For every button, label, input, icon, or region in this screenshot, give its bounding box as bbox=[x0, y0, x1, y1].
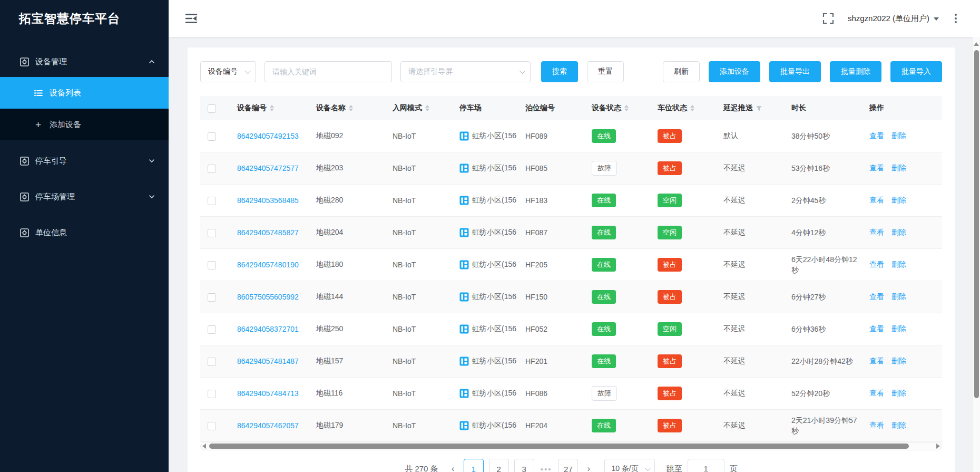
device-id-link[interactable]: 864294058372701 bbox=[237, 325, 299, 333]
space-status-badge: 被占 bbox=[658, 258, 682, 272]
device-name: 地磁180 bbox=[309, 249, 385, 281]
scroll-right-arrow-icon[interactable] bbox=[936, 444, 940, 449]
network-mode: NB-IoT bbox=[385, 217, 452, 249]
sidebar-item-device-management[interactable]: 设备管理 bbox=[0, 46, 169, 77]
device-id-link[interactable]: 864294057485827 bbox=[237, 228, 299, 237]
row-checkbox[interactable] bbox=[208, 165, 216, 173]
page-number[interactable]: 27 bbox=[558, 459, 578, 472]
view-link[interactable]: 查看 bbox=[869, 196, 884, 204]
sort-icon[interactable] bbox=[690, 105, 694, 111]
berth-number: HF085 bbox=[518, 152, 584, 185]
horizontal-scrollbar[interactable] bbox=[200, 442, 942, 450]
prev-page-icon[interactable]: ‹ bbox=[448, 464, 458, 472]
add-device-button[interactable]: 添加设备 bbox=[709, 61, 760, 82]
device-id-link[interactable]: 864294053568485 bbox=[237, 196, 299, 205]
table-row: 864294057472577 地磁203 NB-IoT 虹纺小区(156 HF… bbox=[200, 152, 942, 185]
page-ellipsis[interactable]: ••• bbox=[541, 465, 552, 472]
sidebar-item-add-device[interactable]: + 添加设备 bbox=[0, 109, 169, 140]
view-link[interactable]: 查看 bbox=[869, 228, 884, 236]
delete-link[interactable]: 删除 bbox=[891, 131, 906, 140]
delete-link[interactable]: 删除 bbox=[891, 260, 906, 268]
search-type-select[interactable]: 设备编号 bbox=[200, 61, 256, 82]
duration: 6分钟27秒 bbox=[784, 281, 862, 313]
device-id-link[interactable]: 864294057484713 bbox=[237, 389, 299, 398]
device-id-link[interactable]: 864294057462057 bbox=[237, 421, 299, 430]
device-id-link[interactable]: 864294057481487 bbox=[237, 357, 299, 365]
sidebar-item-lot-management[interactable]: 停车场管理 bbox=[0, 181, 169, 212]
row-checkbox[interactable] bbox=[208, 197, 216, 205]
row-checkbox[interactable] bbox=[208, 325, 216, 334]
delete-link[interactable]: 删除 bbox=[891, 357, 906, 365]
view-link[interactable]: 查看 bbox=[869, 389, 884, 397]
guidance-screen-select[interactable]: 请选择引导屏 bbox=[400, 61, 531, 82]
view-link[interactable]: 查看 bbox=[869, 421, 884, 429]
scroll-left-arrow-icon[interactable] bbox=[202, 444, 206, 449]
sidebar-item-unit-info[interactable]: 单位信息 bbox=[0, 217, 169, 248]
row-checkbox[interactable] bbox=[208, 422, 216, 430]
col-actions: 操作 bbox=[869, 103, 884, 112]
vertical-scrollbar-thumb[interactable] bbox=[974, 50, 979, 398]
device-status-badge: 在线 bbox=[592, 354, 616, 368]
delete-link[interactable]: 删除 bbox=[891, 163, 906, 172]
view-link[interactable]: 查看 bbox=[869, 163, 884, 172]
sort-icon[interactable] bbox=[349, 105, 353, 111]
row-checkbox[interactable] bbox=[208, 132, 216, 141]
row-checkbox[interactable] bbox=[208, 390, 216, 398]
reset-button[interactable]: 重置 bbox=[587, 61, 624, 82]
page-size-select[interactable]: 10 条/页 bbox=[604, 459, 654, 472]
user-menu[interactable]: shzgzn2022 (单位用户) bbox=[848, 14, 939, 24]
page-number[interactable]: 1 bbox=[464, 459, 484, 472]
view-link[interactable]: 查看 bbox=[869, 324, 884, 333]
page-number[interactable]: 2 bbox=[489, 459, 509, 472]
device-id-link[interactable]: 860575055605992 bbox=[237, 293, 299, 301]
vertical-scrollbar[interactable] bbox=[972, 37, 980, 472]
row-checkbox[interactable] bbox=[208, 229, 216, 237]
batch-import-button[interactable]: 批量导入 bbox=[890, 61, 942, 82]
view-link[interactable]: 查看 bbox=[869, 131, 884, 140]
collapse-menu-icon[interactable] bbox=[184, 12, 198, 25]
select-all-checkbox[interactable] bbox=[208, 104, 216, 113]
duration: 53分钟16秒 bbox=[784, 152, 862, 185]
delete-link[interactable]: 删除 bbox=[891, 292, 906, 301]
sidebar-item-device-list[interactable]: 设备列表 bbox=[0, 77, 169, 109]
device-id-link[interactable]: 864294057492153 bbox=[237, 132, 299, 140]
filter-funnel-icon[interactable] bbox=[756, 105, 762, 111]
view-link[interactable]: 查看 bbox=[869, 260, 884, 268]
search-button[interactable]: 搜索 bbox=[541, 61, 578, 82]
device-gear-icon bbox=[20, 57, 29, 66]
chevron-down-icon bbox=[245, 68, 251, 74]
fullscreen-icon[interactable] bbox=[822, 13, 834, 24]
keyword-input[interactable] bbox=[272, 68, 384, 76]
sidebar-item-parking-guidance[interactable]: 停车引导 bbox=[0, 146, 169, 176]
batch-export-button[interactable]: 批量导出 bbox=[769, 61, 821, 82]
page-number[interactable]: 3 bbox=[514, 459, 534, 472]
sort-icon[interactable] bbox=[624, 105, 629, 111]
sort-icon[interactable] bbox=[270, 105, 274, 111]
delete-link[interactable]: 删除 bbox=[891, 389, 906, 397]
device-id-link[interactable]: 864294057472577 bbox=[237, 164, 299, 172]
more-menu-icon[interactable] bbox=[953, 12, 959, 25]
next-page-icon[interactable]: › bbox=[583, 464, 594, 472]
row-checkbox[interactable] bbox=[208, 293, 216, 302]
sort-icon[interactable] bbox=[425, 105, 429, 111]
delete-link[interactable]: 删除 bbox=[891, 324, 906, 333]
unit-gear-icon bbox=[20, 228, 29, 237]
delay-push: 不延迟 bbox=[716, 152, 784, 185]
view-link[interactable]: 查看 bbox=[869, 357, 884, 365]
delete-link[interactable]: 删除 bbox=[891, 196, 906, 204]
parking-lot: 虹纺小区(156 bbox=[472, 260, 516, 269]
row-checkbox[interactable] bbox=[208, 261, 216, 269]
batch-delete-button[interactable]: 批量删除 bbox=[830, 61, 881, 82]
delete-link[interactable]: 删除 bbox=[891, 228, 906, 236]
guidance-screen-icon bbox=[459, 421, 469, 430]
scroll-up-arrow-icon[interactable] bbox=[974, 42, 979, 46]
horizontal-scrollbar-thumb[interactable] bbox=[209, 444, 909, 449]
table-header-row: 设备编号 设备名称 入网模式 停车场 泊位编号 设备状态 车位状态 延迟推送 时… bbox=[200, 96, 942, 120]
delete-link[interactable]: 删除 bbox=[891, 421, 906, 429]
jump-page-input[interactable] bbox=[688, 459, 724, 472]
row-checkbox[interactable] bbox=[208, 358, 216, 366]
topbar: shzgzn2022 (单位用户) bbox=[169, 0, 980, 37]
view-link[interactable]: 查看 bbox=[869, 292, 884, 301]
refresh-button[interactable]: 刷新 bbox=[663, 61, 700, 82]
device-id-link[interactable]: 864294057480190 bbox=[237, 261, 299, 269]
